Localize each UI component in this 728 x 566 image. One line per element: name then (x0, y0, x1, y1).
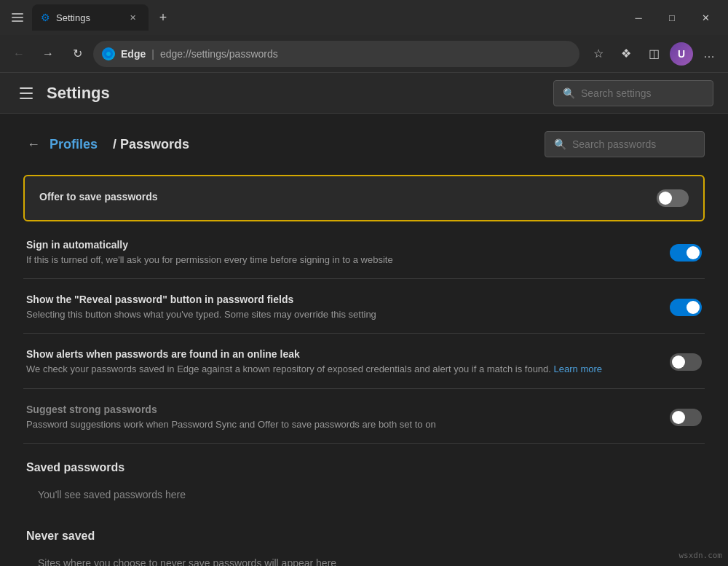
menu-hamburger-btn[interactable] (15, 82, 38, 105)
favorites-star-btn[interactable]: ☆ (585, 41, 612, 67)
saved-passwords-section-title: Saved passwords (23, 461, 705, 474)
sign-in-auto-label: Sign in automatically (26, 239, 670, 251)
reveal-password-toggle[interactable] (670, 299, 702, 316)
breadcrumb-current: / Passwords (113, 137, 189, 152)
close-window-btn[interactable]: ✕ (689, 6, 722, 29)
breadcrumb: ← Profiles / Passwords (23, 134, 189, 154)
address-bar[interactable]: Edge | edge://settings/passwords (93, 41, 579, 67)
close-tab-btn[interactable]: ✕ (125, 10, 140, 25)
saved-passwords-empty-text: You'll see saved passwords here (23, 483, 705, 512)
never-saved-empty-text: Sites where you choose to never save pas… (23, 551, 705, 566)
learn-more-link[interactable]: Learn more (554, 363, 602, 374)
online-leak-desc: We check your passwords saved in Edge ag… (26, 363, 670, 376)
nav-action-buttons: ☆ ❖ ◫ U … (585, 41, 722, 67)
content-area: ← Profiles / Passwords 🔍 Offer to save p… (0, 114, 728, 566)
svg-rect-2 (12, 20, 23, 22)
main-content: ← Profiles / Passwords 🔍 Offer to save p… (0, 114, 728, 566)
suggest-strong-setting: Suggest strong passwords Password sugges… (23, 392, 705, 444)
online-leak-setting: Show alerts when passwords are found in … (23, 337, 705, 388)
reveal-password-setting: Show the "Reveal password" button in pas… (23, 282, 705, 334)
svg-rect-0 (12, 13, 23, 15)
settings-tab-icon: ⚙ (41, 12, 50, 23)
password-search-icon: 🔍 (554, 138, 566, 150)
minimize-btn[interactable]: ─ (622, 6, 655, 29)
hamburger-line (20, 87, 33, 89)
hamburger-line (20, 98, 33, 99)
sign-in-automatically-setting: Sign in automatically If this is turned … (23, 227, 705, 279)
sign-in-auto-info: Sign in automatically If this is turned … (26, 239, 670, 267)
back-btn[interactable]: ← (6, 41, 32, 67)
window-controls: ─ □ ✕ (622, 6, 722, 29)
forward-btn[interactable]: → (35, 41, 61, 67)
profile-btn[interactable]: U (668, 41, 695, 67)
sidebar-toggle-btn[interactable] (6, 6, 29, 29)
online-leak-label: Show alerts when passwords are found in … (26, 348, 670, 360)
collections-btn[interactable]: ❖ (613, 41, 639, 67)
svg-rect-1 (12, 17, 23, 18)
never-saved-section-title: Never saved (23, 530, 705, 543)
reveal-password-label: Show the "Reveal password" button in pas… (26, 294, 670, 305)
hamburger-line (20, 93, 33, 94)
address-url: edge://settings/passwords (160, 48, 278, 60)
settings-header: Settings 🔍 (0, 73, 728, 114)
suggest-strong-toggle[interactable] (670, 409, 702, 426)
reveal-password-info: Show the "Reveal password" button in pas… (26, 294, 670, 321)
settings-page-title: Settings (47, 84, 545, 103)
breadcrumb-profiles-link[interactable]: Profiles (50, 137, 98, 152)
breadcrumb-back-btn[interactable]: ← (23, 134, 44, 154)
split-screen-btn[interactable]: ◫ (641, 41, 667, 67)
offer-to-save-setting: Offer to save passwords (23, 175, 705, 221)
sign-in-auto-toggle[interactable] (670, 244, 702, 262)
settings-search-input[interactable] (581, 87, 708, 99)
watermark: wsxdn.com (678, 551, 722, 560)
breadcrumb-separator (103, 137, 107, 152)
titlebar: ⚙ Settings ✕ + ─ □ ✕ (0, 0, 728, 35)
address-separator: | (151, 48, 154, 60)
settings-tab-title: Settings (56, 12, 119, 23)
suggest-strong-desc: Password suggestions work when Password … (26, 418, 670, 431)
address-brand-text: Edge (121, 48, 146, 60)
offer-to-save-label: Offer to save passwords (39, 191, 657, 203)
settings-search-icon: 🔍 (563, 87, 575, 99)
sign-in-auto-desc: If this is turned off, we'll ask you for… (26, 253, 670, 267)
more-actions-btn[interactable]: … (696, 41, 722, 67)
profile-avatar: U (670, 42, 693, 66)
navbar: ← → ↻ Edge | edge://settings/passwords ☆… (0, 35, 728, 73)
settings-search-box[interactable]: 🔍 (553, 80, 713, 106)
refresh-btn[interactable]: ↻ (64, 41, 90, 67)
password-search-input[interactable] (572, 138, 700, 150)
settings-tab[interactable]: ⚙ Settings ✕ (32, 4, 149, 31)
online-leak-toggle[interactable] (670, 353, 702, 371)
offer-to-save-toggle[interactable] (657, 189, 689, 207)
password-search-box[interactable]: 🔍 (545, 131, 705, 157)
reveal-password-desc: Selecting this button shows what you've … (26, 308, 670, 321)
suggest-strong-info: Suggest strong passwords Password sugges… (26, 404, 670, 431)
new-tab-btn[interactable]: + (151, 6, 175, 29)
suggest-strong-label: Suggest strong passwords (26, 404, 670, 415)
offer-to-save-info: Offer to save passwords (39, 191, 657, 205)
online-leak-info: Show alerts when passwords are found in … (26, 348, 670, 376)
breadcrumb-row: ← Profiles / Passwords 🔍 (23, 131, 705, 157)
maximize-btn[interactable]: □ (655, 6, 689, 29)
edge-logo-icon (102, 47, 115, 60)
